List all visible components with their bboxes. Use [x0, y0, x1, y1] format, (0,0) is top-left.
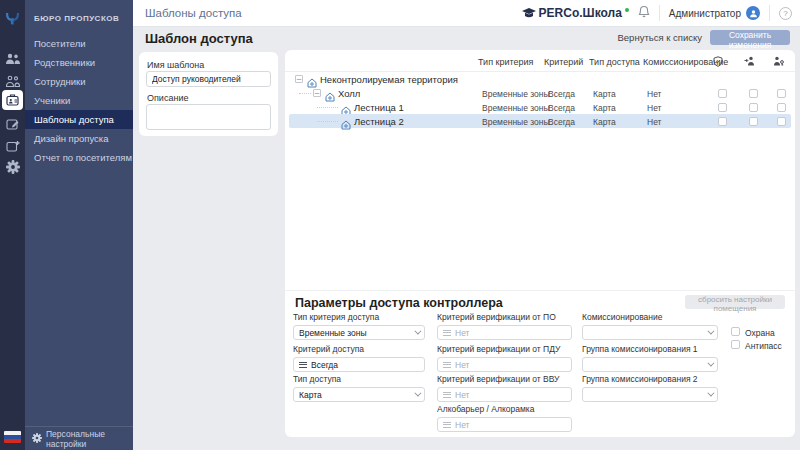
antipass-param-label: Антипасс	[745, 341, 782, 351]
guard-checkbox[interactable]	[718, 103, 727, 112]
list-icon	[443, 390, 451, 399]
params-title: Параметры доступа контроллера	[295, 296, 503, 310]
template-name-input[interactable]	[146, 71, 271, 87]
verif-po-field[interactable]: Нет	[437, 325, 572, 340]
commissioning-checkbox[interactable]	[777, 89, 786, 98]
reset-room-settings-button[interactable]: сбросить настройки помещения	[685, 295, 785, 309]
room-access-panel: Тип критерия Критерий Тип доступа Комисс…	[285, 50, 795, 437]
brand-status-dot	[625, 8, 629, 12]
sidebar-item-access-templates[interactable]: Шаблоны доступа	[25, 110, 133, 129]
top-bar: Шаблоны доступа PERCo.Школа Администрато…	[133, 0, 800, 27]
column-header-criterion: Критерий	[544, 57, 583, 67]
guard-checkbox[interactable]	[718, 89, 727, 98]
crit-type-label: Тип критерия доступа	[293, 312, 425, 322]
comm-group2-select[interactable]	[582, 387, 718, 402]
save-changes-button[interactable]: Сохранить изменения	[710, 30, 790, 45]
table-row-uncontrolled-territory[interactable]: – Неконтролируемая территория	[289, 72, 791, 86]
comm-group1-select[interactable]	[582, 357, 718, 372]
description-label: Описание	[147, 93, 188, 103]
app-logo-icon	[0, 7, 25, 27]
chevron-down-icon	[414, 390, 421, 397]
card-add-icon[interactable]	[0, 138, 25, 154]
person-key-icon	[773, 56, 784, 68]
back-to-list-button[interactable]: Вернуться к списку	[618, 32, 703, 43]
chevron-down-icon	[707, 360, 714, 367]
collapse-icon[interactable]: –	[313, 89, 321, 97]
list-icon	[443, 360, 451, 369]
chevron-down-icon	[707, 390, 714, 397]
staff-group-icon[interactable]	[0, 73, 25, 89]
personal-settings-label: Персональные настройки	[46, 429, 133, 449]
sidebar-item-visitors[interactable]: Посетители	[25, 34, 133, 53]
column-header-criterion-type: Тип критерия	[478, 57, 533, 67]
criterion-field[interactable]: Всегда	[293, 357, 425, 372]
list-icon	[443, 328, 451, 337]
access-type-label: Тип доступа	[293, 374, 425, 384]
template-form-card: Имя шаблона Описание	[139, 52, 278, 136]
sidebar-item-pass-design[interactable]: Дизайн пропуска	[25, 129, 133, 148]
user-menu[interactable]: Администратор	[669, 6, 760, 20]
alco-field[interactable]: Нет	[437, 417, 572, 432]
table-row-stairs-1[interactable]: Лестница 1 Временные зоны Всегда Карта Н…	[289, 100, 791, 114]
antipass-param-checkbox[interactable]	[731, 340, 740, 349]
verif-pdu-field[interactable]: Нет	[437, 357, 572, 372]
badge-icon-selected[interactable]	[2, 90, 23, 110]
antipass-checkbox[interactable]	[749, 89, 758, 98]
shield-check-icon	[713, 56, 723, 69]
ru-flag-icon[interactable]	[4, 431, 21, 443]
personal-settings-button[interactable]: Персональные настройки	[25, 426, 133, 450]
avatar[interactable]	[746, 6, 760, 20]
verif-vvu-field[interactable]: Нет	[437, 387, 572, 402]
guard-param-label: Охрана	[745, 328, 775, 338]
access-type-select[interactable]: Карта	[293, 387, 425, 402]
icon-rail	[0, 0, 25, 450]
house-icon	[341, 116, 351, 134]
divider	[285, 290, 795, 291]
verif-pdu-label: Критерий верификации от ПДУ	[437, 344, 572, 354]
sub-header: Шаблон доступа Вернуться к списку Сохран…	[133, 27, 800, 50]
table-row-hall[interactable]: – Холл Временные зоны Всегда Карта Нет	[289, 86, 791, 100]
chevron-down-icon	[707, 328, 714, 335]
list-icon	[299, 360, 307, 369]
divider	[659, 5, 660, 21]
guard-checkbox[interactable]	[718, 117, 727, 126]
column-header-access-type: Тип доступа	[589, 57, 640, 67]
user-name: Администратор	[669, 8, 741, 19]
view-title: Шаблон доступа	[145, 31, 253, 46]
graduation-cap-icon	[522, 8, 536, 19]
commissioning-checkbox[interactable]	[777, 117, 786, 126]
visitors-icon[interactable]	[0, 51, 25, 67]
crit-type-select[interactable]: Временные зоны	[293, 325, 425, 340]
sidebar: БЮРО ПРОПУСКОВ Посетители Родственники С…	[25, 0, 133, 450]
verif-po-label: Критерий верификации от ПО	[437, 312, 572, 322]
template-name-label: Имя шаблона	[147, 60, 204, 70]
card-edit-icon[interactable]	[0, 116, 25, 132]
alco-label: Алкобарьер / Алкорамка	[437, 404, 572, 414]
sidebar-item-visitor-report[interactable]: Отчет по посетителям	[25, 148, 133, 167]
brand-logo: PERCo.Школа	[522, 6, 629, 20]
commissioning-select[interactable]	[582, 325, 718, 340]
sidebar-item-students[interactable]: Ученики	[25, 91, 133, 110]
table-row-stairs-2-selected[interactable]: Лестница 2 Временные зоны Всегда Карта Н…	[289, 114, 791, 128]
brand-name: PERCo.Школа	[539, 6, 622, 20]
list-icon	[443, 420, 451, 429]
gear-icon[interactable]	[0, 159, 25, 175]
sidebar-item-relatives[interactable]: Родственники	[25, 53, 133, 72]
description-input[interactable]	[146, 104, 271, 130]
bell-icon[interactable]	[638, 4, 650, 22]
collapse-icon[interactable]: –	[295, 75, 303, 83]
help-icon[interactable]: ?	[779, 7, 792, 20]
divider	[769, 5, 770, 21]
antipass-checkbox[interactable]	[749, 103, 758, 112]
page-title: Шаблоны доступа	[145, 7, 242, 19]
comm-group1-label: Группа комиссионирования 1	[582, 344, 718, 354]
antipass-checkbox[interactable]	[749, 117, 758, 126]
comm-group2-label: Группа комиссионирования 2	[582, 374, 718, 384]
sidebar-item-staff[interactable]: Сотрудники	[25, 72, 133, 91]
chevron-down-icon	[414, 328, 421, 335]
guard-param-checkbox[interactable]	[731, 327, 740, 336]
sidebar-title: БЮРО ПРОПУСКОВ	[34, 14, 119, 23]
gear-small-icon	[32, 433, 42, 445]
commissioning-checkbox[interactable]	[777, 103, 786, 112]
commissioning-label: Комиссионирование	[582, 312, 718, 322]
